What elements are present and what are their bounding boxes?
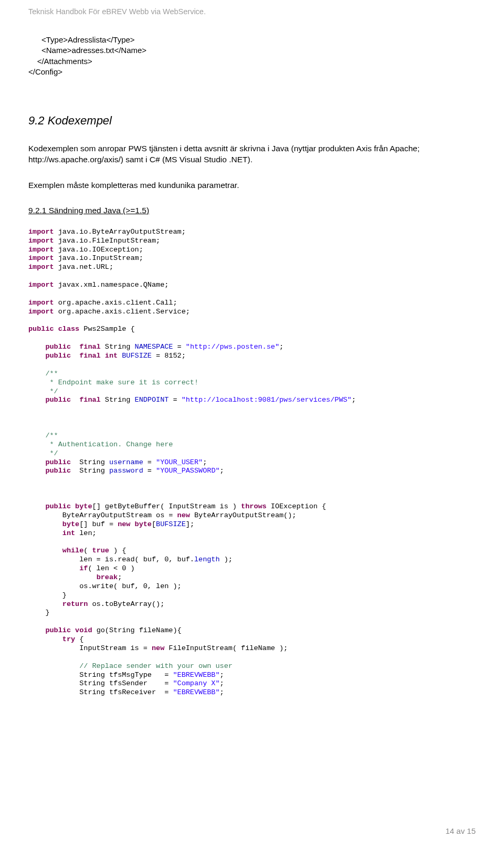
section-9-2-paragraph-1: Kodexemplen som anropar PWS tjänsten i d… <box>28 143 476 165</box>
document-page: Teknisk Handbok För eBREV Webb via WebSe… <box>0 0 504 848</box>
xml-snippet: <Type>Adresslista</Type> <Name>adresses.… <box>28 35 476 77</box>
section-9-2-paragraph-2: Exemplen måste kompletteras med kundunik… <box>28 180 476 191</box>
running-header: Teknisk Handbok För eBREV Webb via WebSe… <box>28 7 476 16</box>
section-heading-9-2: 9.2 Kodexempel <box>28 114 476 128</box>
java-code-block: import java.io.ByteArrayOutputStream; im… <box>28 228 476 697</box>
section-heading-9-2-1: 9.2.1 Sändning med Java (>=1.5) <box>28 206 476 215</box>
page-footer: 14 av 15 <box>445 826 476 835</box>
